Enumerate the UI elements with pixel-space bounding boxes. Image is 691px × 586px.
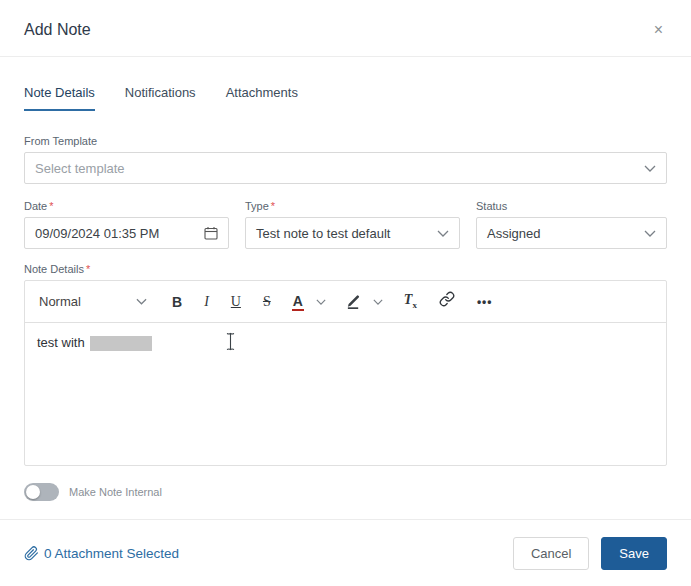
attachment-selected-text: 0 Attachment Selected [44,546,179,561]
dialog-footer: 0 Attachment Selected Cancel Save [0,520,691,570]
note-details-required-mark: * [86,263,90,275]
type-select[interactable]: Test note to test default [245,217,460,249]
paperclip-icon [24,546,39,561]
strikethrough-button[interactable]: S [262,293,272,311]
paragraph-format-select[interactable]: Normal [39,294,151,309]
text-color-button[interactable]: A [292,292,326,311]
from-template-select[interactable]: Select template [24,152,667,184]
date-type-status-row: Date* 09/09/2024 01:35 PM Type* Test not… [24,200,667,249]
save-button[interactable]: Save [601,537,667,570]
tab-note-details[interactable]: Note Details [24,85,95,111]
type-value: Test note to test default [256,226,390,241]
type-required-mark: * [271,200,275,212]
clear-formatting-x: x [412,300,417,310]
from-template-placeholder: Select template [35,161,125,176]
make-note-internal-row: Make Note Internal [24,483,667,501]
chevron-down-icon [437,230,449,237]
bold-button[interactable]: B [171,293,183,311]
status-select[interactable]: Assigned [476,217,667,249]
note-details-field-label: Note Details* [24,263,667,275]
type-field: Type* Test note to test default [245,200,460,249]
status-field: Status Assigned [476,200,667,249]
date-required-mark: * [49,200,53,212]
from-template-label: From Template [24,135,667,147]
attachment-selected-link[interactable]: 0 Attachment Selected [24,546,179,561]
italic-button[interactable]: I [203,293,210,311]
date-field: Date* 09/09/2024 01:35 PM [24,200,229,249]
close-icon[interactable]: × [650,20,667,40]
status-value: Assigned [487,226,540,241]
add-note-dialog: Add Note × Note Details Notifications At… [0,0,691,570]
highlight-color-button[interactable] [346,294,383,309]
more-options-button[interactable]: ••• [476,294,494,310]
date-label: Date [24,200,47,212]
dialog-header: Add Note × [0,0,691,57]
cancel-button[interactable]: Cancel [513,537,589,570]
underline-button[interactable]: U [230,293,242,311]
chevron-down-icon[interactable] [373,299,383,305]
make-note-internal-toggle[interactable] [24,483,59,501]
chevron-down-icon[interactable] [316,299,326,305]
redacted-text-block [90,336,152,351]
text-cursor-icon [225,332,236,351]
tab-attachments-label: Attachments [226,85,298,100]
tab-notifications[interactable]: Notifications [125,85,196,111]
chevron-down-icon [644,165,656,172]
editor-text: test with [37,335,85,350]
status-label: Status [476,200,667,212]
date-input[interactable]: 09/09/2024 01:35 PM [24,217,229,249]
tab-bar: Note Details Notifications Attachments [24,85,667,111]
rich-text-editor: Normal B I U S A Tx [24,280,667,466]
tab-notifications-label: Notifications [125,85,196,100]
calendar-icon[interactable] [204,226,218,240]
from-template-field: From Template Select template [24,135,667,184]
tab-note-details-label: Note Details [24,85,95,100]
tab-attachments[interactable]: Attachments [226,85,298,111]
type-label: Type [245,200,269,212]
highlighter-pen-icon [346,294,361,309]
date-value: 09/09/2024 01:35 PM [35,226,159,241]
insert-link-button[interactable] [438,291,456,312]
clear-formatting-button[interactable]: Tx [403,291,418,312]
editor-toolbar: Normal B I U S A Tx [25,281,666,323]
dialog-body: From Template Select template Date* 09/0… [0,135,691,501]
chevron-down-icon [644,230,656,237]
toggle-knob [26,485,40,499]
link-icon [439,291,455,307]
text-color-icon: A [292,292,304,311]
editor-content[interactable]: test with [25,323,666,465]
footer-buttons: Cancel Save [513,537,667,570]
chevron-down-icon [136,298,147,305]
note-details-label: Note Details [24,263,84,275]
dialog-title: Add Note [24,21,91,39]
paragraph-format-value: Normal [39,294,81,309]
make-note-internal-label: Make Note Internal [69,486,162,498]
